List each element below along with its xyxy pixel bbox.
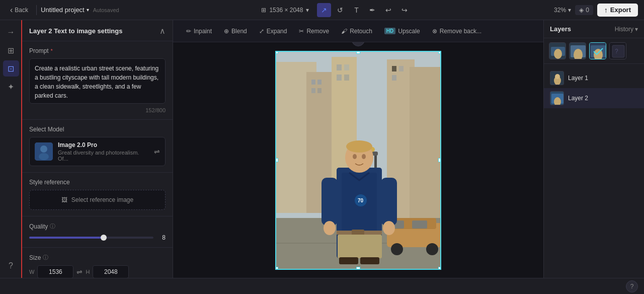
svg-rect-19 bbox=[392, 75, 396, 81]
upscale-button[interactable]: HD Upscale bbox=[379, 25, 425, 37]
help-button[interactable]: ? bbox=[626, 280, 638, 292]
retouch-button[interactable]: 🖌 Retouch bbox=[336, 25, 377, 37]
history-chevron-icon: ▾ bbox=[635, 26, 638, 33]
model-desc: Great diversity and photorealism. Of... bbox=[58, 150, 149, 162]
handle-mid-left[interactable] bbox=[275, 158, 278, 162]
handle-mid-right[interactable] bbox=[438, 158, 441, 162]
svg-point-64 bbox=[555, 74, 560, 79]
svg-rect-16 bbox=[410, 67, 441, 223]
iconbar-layers-button[interactable]: ⊞ bbox=[3, 42, 19, 58]
iconbar-help-button[interactable]: ? bbox=[3, 258, 19, 274]
svg-rect-41 bbox=[338, 235, 382, 258]
canvas-size-chevron: ▾ bbox=[306, 7, 309, 14]
svg-rect-8 bbox=[317, 80, 321, 85]
remove-button[interactable]: ✂ Remove bbox=[294, 25, 334, 37]
style-ref-button[interactable]: 🖼 Select reference image bbox=[29, 190, 166, 210]
size-section: Size ⓘ W ⇌ H bbox=[22, 248, 173, 278]
svg-point-49 bbox=[383, 221, 395, 235]
width-label: W bbox=[29, 269, 34, 275]
toolbar-tools: ↗ ↺ T ✒ ↩ ↪ bbox=[317, 3, 412, 17]
size-info-icon: ⓘ bbox=[43, 254, 48, 261]
model-settings-icon: ⇌ bbox=[154, 148, 160, 156]
handle-top-mid[interactable] bbox=[356, 51, 360, 54]
iconbar-effects-button[interactable]: ✦ bbox=[3, 79, 19, 95]
iconbar-arrow-button[interactable]: → bbox=[3, 24, 19, 40]
svg-rect-17 bbox=[392, 66, 396, 71]
layer-thumb-4[interactable]: ? bbox=[609, 42, 626, 59]
svg-point-52 bbox=[554, 49, 562, 59]
redo-tool-button[interactable]: ↪ bbox=[397, 3, 412, 17]
handle-bottom-mid[interactable] bbox=[356, 267, 360, 270]
svg-point-27 bbox=[391, 243, 403, 255]
model-section: Select Model Image 2.0 Pro Great diversi… bbox=[22, 120, 173, 173]
svg-point-37 bbox=[353, 154, 357, 159]
layers-panel: Layers History ▾ bbox=[543, 20, 644, 278]
upscale-badge: HD bbox=[384, 28, 395, 34]
canvas-area: ✏ Inpaint ⊕ Blend ⤢ Expand ✂ Remove 🖌 Re… bbox=[173, 20, 543, 278]
svg-rect-10 bbox=[317, 88, 321, 93]
width-input[interactable] bbox=[37, 265, 73, 278]
size-row: W ⇌ H bbox=[29, 265, 166, 278]
inpaint-button[interactable]: ✏ Inpaint bbox=[181, 25, 217, 37]
topbar-left: ‹ Back Untitled project ▾ Autosaved bbox=[6, 4, 119, 17]
handle-bottom-right[interactable] bbox=[438, 267, 441, 270]
layer-thumb-1[interactable] bbox=[549, 42, 566, 59]
zoom-display[interactable]: 32% ▾ bbox=[554, 7, 571, 14]
size-link-icon[interactable]: ⇌ bbox=[76, 268, 83, 276]
retouch-icon: 🖌 bbox=[341, 28, 347, 35]
layer-item-2[interactable]: Layer 2 bbox=[544, 88, 644, 108]
refresh-tool-button[interactable]: ↺ bbox=[333, 3, 347, 17]
layer-thumb-2[interactable] bbox=[569, 42, 586, 59]
canvas-toolbar: ✏ Inpaint ⊕ Blend ⤢ Expand ✂ Remove 🖌 Re… bbox=[173, 20, 543, 42]
panel-header: Layer 2 Text to image settings ∧ bbox=[22, 20, 173, 41]
credit-badge[interactable]: ◈ 0 bbox=[575, 5, 593, 15]
export-icon: ↑ bbox=[604, 6, 608, 14]
back-button[interactable]: ‹ Back bbox=[6, 4, 32, 17]
expand-button[interactable]: ⤢ Expand bbox=[254, 25, 292, 37]
layer-2-name: Layer 2 bbox=[568, 95, 588, 102]
remove-icon: ✂ bbox=[299, 28, 304, 35]
quality-slider[interactable] bbox=[29, 237, 153, 239]
export-button[interactable]: ↑ Export bbox=[597, 4, 638, 17]
panel-collapse-button[interactable]: ∧ bbox=[159, 26, 166, 36]
handle-top-right[interactable] bbox=[438, 51, 441, 54]
svg-point-2 bbox=[39, 153, 49, 160]
autosaved-label: Autosaved bbox=[93, 7, 119, 13]
svg-rect-42 bbox=[339, 257, 358, 264]
layer-thumb-3[interactable] bbox=[589, 42, 606, 59]
project-name[interactable]: Untitled project ▾ bbox=[41, 6, 89, 14]
layers-header: Layers History ▾ bbox=[544, 20, 644, 38]
blend-button[interactable]: ⊕ Blend bbox=[219, 25, 252, 37]
layer-thumbs-strip: ? bbox=[544, 38, 644, 64]
image-icon: 🖼 bbox=[61, 196, 67, 203]
prompt-section: Prompt * Create a realistic urban street… bbox=[22, 41, 173, 120]
svg-point-48 bbox=[324, 221, 336, 235]
svg-rect-13 bbox=[337, 75, 342, 81]
svg-rect-47 bbox=[381, 178, 397, 226]
iconbar-generate-button[interactable]: ⊡ bbox=[3, 60, 19, 77]
remove-bg-button[interactable]: ⊗ Remove back... bbox=[427, 25, 487, 37]
layers-title: Layers bbox=[550, 25, 571, 33]
text-tool-button[interactable]: T bbox=[349, 3, 363, 17]
move-tool-button[interactable]: ↗ bbox=[317, 3, 331, 17]
credit-icon: ◈ bbox=[579, 7, 584, 14]
model-selector[interactable]: Image 2.0 Pro Great diversity and photor… bbox=[29, 137, 166, 166]
main-layout: → ⊞ ⊡ ✦ ? Layer 2 Text to image settings… bbox=[0, 20, 644, 278]
pen-tool-button[interactable]: ✒ bbox=[365, 3, 379, 17]
history-link[interactable]: History ▾ bbox=[615, 26, 638, 33]
svg-point-38 bbox=[362, 154, 366, 159]
handle-bottom-left[interactable] bbox=[275, 267, 278, 270]
undo-tool-button[interactable]: ↩ bbox=[381, 3, 395, 17]
canvas-size-icon: ⊞ bbox=[261, 7, 266, 14]
svg-rect-12 bbox=[344, 64, 349, 70]
handle-top-left[interactable] bbox=[275, 51, 278, 54]
layer-item-1[interactable]: Layer 1 bbox=[544, 68, 644, 88]
prompt-textarea[interactable]: Create a realistic urban street scene, f… bbox=[29, 58, 166, 104]
icon-bar: → ⊞ ⊡ ✦ ? bbox=[0, 20, 22, 278]
svg-text:?: ? bbox=[615, 48, 618, 55]
style-ref-section: Style reference 🖼 Select reference image bbox=[22, 173, 173, 216]
height-input[interactable] bbox=[93, 265, 129, 278]
layer-1-name: Layer 1 bbox=[568, 75, 588, 82]
topbar-right: 32% ▾ ◈ 0 ↑ Export bbox=[554, 4, 638, 17]
quality-slider-thumb[interactable] bbox=[101, 235, 107, 241]
